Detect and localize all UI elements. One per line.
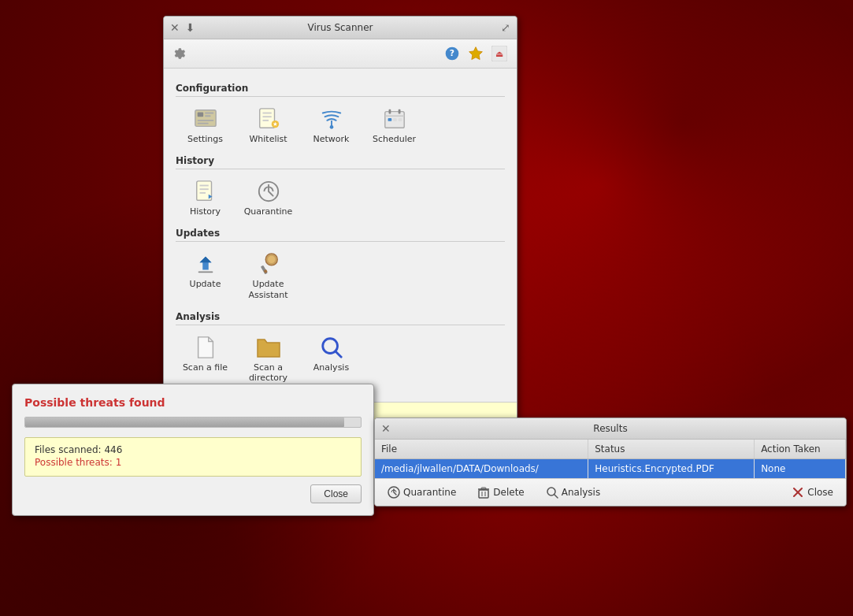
window-toolbar: ? ⏏ (164, 39, 517, 69)
analysis-action-label: Analysis (562, 487, 600, 498)
analysis-label: Analysis (313, 362, 349, 373)
svg-rect-14 (262, 120, 269, 121)
network-item[interactable]: Network (302, 103, 361, 147)
update-assistant-item[interactable]: Update Assistant (239, 248, 298, 302)
analysis-icon (319, 335, 344, 360)
col-action: Action Taken (755, 440, 846, 459)
scan-close-row: Close (24, 484, 362, 503)
favorites-button[interactable] (465, 43, 487, 65)
possible-threats-label: Possible threats: 1 (35, 457, 351, 468)
svg-rect-12 (262, 113, 271, 114)
scheduler-item[interactable]: Scheduler (365, 103, 424, 147)
history-section-header: History (176, 155, 505, 169)
settings-label: Settings (187, 134, 223, 144)
whitelist-label: Whitelist (249, 134, 287, 144)
whitelist-item[interactable]: ★ Whitelist (239, 103, 298, 147)
svg-line-38 (335, 351, 341, 357)
progress-bar-fill (25, 417, 344, 427)
history-label: History (190, 206, 221, 217)
updates-section-header: Updates (176, 228, 505, 242)
help-button[interactable]: ? (441, 43, 463, 65)
configuration-grid: Settings ★ Whitelist (176, 103, 505, 147)
quarantine-icon (256, 179, 281, 204)
scan-file-label: Scan a file (183, 362, 228, 373)
history-item[interactable]: History (176, 176, 235, 220)
scan-info-box: Files scanned: 446 Possible threats: 1 (24, 437, 362, 477)
gear-button[interactable] (170, 44, 189, 63)
scheduler-label: Scheduler (373, 134, 416, 144)
svg-rect-10 (197, 123, 208, 124)
analysis-item[interactable]: Analysis (302, 332, 361, 386)
result-status: Heuristics.Encrypted.PDF (588, 459, 755, 479)
analysis-action-icon (546, 486, 558, 499)
results-close-x-button[interactable]: ✕ (381, 422, 391, 435)
svg-rect-19 (388, 109, 391, 114)
quarantine-action-label: Quarantine (403, 487, 456, 498)
settings-icon (193, 106, 218, 132)
analysis-grid: Scan a file Scan a directory Analysis (176, 332, 505, 386)
svg-rect-33 (260, 265, 267, 275)
window-content: Configuration Settings (164, 69, 517, 402)
window-maximize-button[interactable]: ⤢ (501, 21, 510, 34)
update-assistant-label: Update Assistant (242, 279, 295, 299)
quarantine-action-button[interactable]: Quarantine (383, 484, 461, 501)
history-grid: History Quarantine (176, 176, 505, 220)
svg-rect-40 (479, 490, 488, 498)
svg-rect-23 (393, 118, 397, 121)
quarantine-icon (388, 486, 400, 499)
network-label: Network (313, 134, 350, 144)
settings-item[interactable]: Settings (176, 103, 235, 147)
result-action: None (755, 459, 846, 479)
svg-rect-22 (388, 118, 391, 121)
table-row[interactable]: /media/jlwallen/DATA/Downloads/ Heuristi… (375, 459, 846, 479)
svg-rect-44 (481, 488, 486, 489)
svg-rect-21 (384, 115, 403, 117)
svg-rect-32 (198, 272, 213, 273)
update-assistant-icon (256, 251, 281, 276)
virus-scanner-window: ✕ ⬇ Virus Scanner ⤢ ? ⏏ (163, 16, 517, 426)
svg-point-35 (268, 256, 275, 263)
svg-rect-26 (199, 185, 208, 187)
scan-file-icon (193, 335, 218, 360)
svg-rect-24 (398, 118, 402, 121)
window-download-button[interactable]: ⬇ (186, 22, 195, 33)
svg-rect-7 (205, 113, 213, 114)
results-table: File Status Action Taken /media/jlwallen… (375, 440, 846, 478)
files-scanned-label: Files scanned: 446 (35, 444, 351, 455)
svg-line-46 (554, 495, 558, 498)
svg-rect-9 (197, 120, 213, 121)
update-label: Update (190, 279, 221, 289)
update-item[interactable]: Update (176, 248, 235, 302)
quarantine-item[interactable]: Quarantine (239, 176, 298, 220)
window-close-button[interactable]: ✕ (170, 22, 180, 33)
svg-marker-31 (199, 257, 211, 263)
scan-directory-icon (256, 335, 281, 360)
svg-rect-6 (197, 113, 203, 117)
progress-bar-container (24, 417, 362, 428)
scan-close-button[interactable]: Close (310, 484, 362, 503)
scan-directory-label: Scan a directory (242, 362, 295, 383)
analysis-action-button[interactable]: Analysis (541, 484, 605, 501)
exit-button[interactable]: ⏏ (488, 43, 510, 65)
updates-grid: Update Update Assistant (176, 248, 505, 302)
delete-action-label: Delete (493, 487, 524, 498)
scan-file-item[interactable]: Scan a file (176, 332, 235, 386)
scheduler-icon (382, 106, 407, 132)
analysis-section-header: Analysis (176, 311, 505, 325)
whitelist-icon: ★ (256, 106, 281, 132)
col-status: Status (588, 440, 755, 459)
scan-progress-title: Possible threats found (24, 396, 362, 409)
results-window: ✕ Results File Status Action Taken /medi… (374, 417, 847, 507)
results-close-label: Close (807, 487, 833, 498)
svg-rect-13 (262, 116, 271, 117)
svg-text:?: ? (450, 48, 454, 58)
delete-action-button[interactable]: Delete (473, 484, 528, 501)
svg-marker-2 (469, 47, 483, 60)
results-table-container[interactable]: File Status Action Taken /media/jlwallen… (375, 440, 846, 478)
svg-rect-20 (398, 109, 400, 114)
results-toolbar: Quarantine Delete Analysis (375, 478, 846, 506)
svg-rect-27 (199, 188, 208, 190)
results-close-button[interactable]: Close (787, 484, 838, 501)
configuration-section-header: Configuration (176, 83, 505, 97)
scan-directory-item[interactable]: Scan a directory (239, 332, 298, 386)
